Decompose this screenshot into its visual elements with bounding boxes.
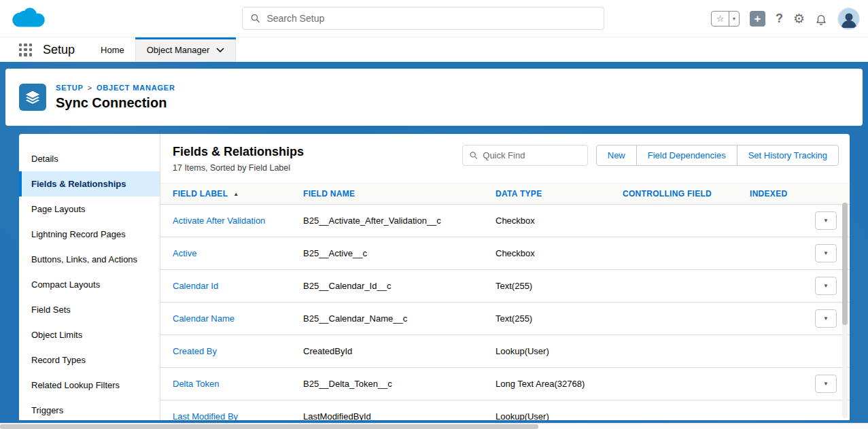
field-name-cell: B25__Calendar_Name__c bbox=[303, 313, 496, 324]
breadcrumb: SETUP > OBJECT MANAGER bbox=[56, 84, 175, 92]
page-title: Sync Connection bbox=[56, 95, 175, 111]
column-header-field-label[interactable]: FIELD LABEL ▲ bbox=[160, 189, 303, 199]
sidebar-item[interactable]: Fields & Relationships bbox=[19, 171, 160, 196]
field-label-link[interactable]: Created By bbox=[173, 346, 217, 356]
sidebar-item[interactable]: Lightning Record Pages bbox=[19, 222, 160, 247]
sidebar-item[interactable]: Record Types bbox=[19, 347, 160, 373]
field-name-cell: CreatedById bbox=[303, 346, 496, 356]
field-label-cell: Created By bbox=[160, 346, 303, 356]
field-label-cell: Delta Token bbox=[160, 379, 303, 389]
breadcrumb-setup-link[interactable]: SETUP bbox=[56, 84, 84, 92]
column-header-field-name[interactable]: FIELD NAME bbox=[303, 189, 496, 199]
table-row: Created By CreatedById Lookup(User) ▼ bbox=[160, 335, 850, 368]
field-name-cell: B25__Activate_After_Validation__c bbox=[303, 216, 496, 226]
data-type-cell: Long Text Area(32768) bbox=[496, 379, 623, 389]
page-header-card: SETUP > OBJECT MANAGER Sync Connection bbox=[5, 69, 863, 126]
sidebar-item[interactable]: Related Lookup Filters bbox=[19, 373, 160, 398]
field-label-link[interactable]: Calendar Name bbox=[173, 313, 235, 324]
field-label-link[interactable]: Activate After Validation bbox=[173, 216, 265, 226]
breadcrumb-object-manager-link[interactable]: OBJECT MANAGER bbox=[97, 84, 175, 92]
field-name-cell: B25__Calendar_Id__c bbox=[303, 281, 496, 291]
action-button[interactable]: Set History Tracking bbox=[737, 145, 839, 166]
table-scrollbar[interactable] bbox=[842, 203, 848, 418]
row-actions-menu-button[interactable]: ▼ bbox=[815, 211, 837, 230]
field-label-link[interactable]: Calendar Id bbox=[173, 281, 218, 291]
nav-tabs: Home Object Manager bbox=[90, 37, 236, 62]
sidebar-item-label: Buttons, Links, and Actions bbox=[31, 254, 137, 264]
field-label-link[interactable]: Delta Token bbox=[173, 379, 219, 389]
fields-panel: Fields & Relationships 17 Items, Sorted … bbox=[160, 134, 850, 420]
panel-title: Fields & Relationships bbox=[173, 145, 304, 159]
data-type-cell: Checkbox bbox=[496, 216, 623, 226]
object-entity-icon bbox=[19, 84, 46, 111]
sidebar-item[interactable]: Triggers bbox=[19, 398, 160, 420]
notifications-bell-icon[interactable] bbox=[815, 12, 827, 26]
column-header-data-type[interactable]: DATA TYPE bbox=[496, 189, 623, 199]
field-label-cell: Active bbox=[160, 248, 303, 258]
horizontal-scrollbar[interactable] bbox=[0, 423, 868, 429]
row-actions-menu-button[interactable]: ▼ bbox=[815, 277, 837, 295]
sidebar-item-label: Compact Layouts bbox=[31, 279, 100, 290]
horizontal-scrollbar-thumb[interactable] bbox=[0, 424, 538, 429]
field-label-link[interactable]: Active bbox=[173, 248, 196, 258]
action-button[interactable]: New bbox=[596, 145, 637, 166]
cloud-icon bbox=[10, 5, 46, 31]
app-name-label: Setup bbox=[43, 43, 75, 57]
sidebar-item-label: Fields & Relationships bbox=[31, 179, 126, 189]
table-row: Delta Token B25__Delta_Token__c Long Tex… bbox=[160, 368, 850, 400]
nav-tab-label: Home bbox=[101, 45, 124, 55]
sidebar-item[interactable]: Buttons, Links, and Actions bbox=[19, 247, 160, 272]
sidebar-item-label: Page Layouts bbox=[31, 204, 86, 214]
breadcrumb-separator: > bbox=[88, 84, 92, 92]
favorites-dropdown-icon[interactable]: ▼ bbox=[729, 12, 739, 26]
nav-tab[interactable]: Object Manager bbox=[135, 37, 237, 62]
user-avatar[interactable] bbox=[837, 7, 860, 30]
sidebar-item-label: Record Types bbox=[31, 355, 86, 365]
sidebar-item[interactable]: Compact Layouts bbox=[19, 272, 160, 297]
table-row: Calendar Name B25__Calendar_Name__c Text… bbox=[160, 303, 850, 335]
row-actions-menu-button[interactable]: ▼ bbox=[815, 244, 837, 262]
sidebar-item[interactable]: Field Sets bbox=[19, 297, 160, 322]
table-scrollbar-thumb[interactable] bbox=[842, 203, 848, 325]
sidebar-item[interactable]: Page Layouts bbox=[19, 196, 160, 222]
table-row: Calendar Id B25__Calendar_Id__c Text(255… bbox=[160, 270, 850, 303]
app-launcher-icon[interactable] bbox=[19, 44, 32, 56]
layers-icon bbox=[25, 90, 40, 105]
quick-find-input[interactable] bbox=[483, 150, 587, 160]
sidebar-item-label: Related Lookup Filters bbox=[31, 380, 120, 390]
global-search bbox=[242, 7, 604, 30]
help-icon[interactable]: ? bbox=[776, 12, 783, 26]
column-header-indexed[interactable]: INDEXED bbox=[750, 189, 810, 199]
sidebar-item-label: Details bbox=[31, 154, 58, 164]
table-header-row: FIELD LABEL ▲ FIELD NAME DATA TYPE CONTR… bbox=[160, 183, 850, 205]
data-type-cell: Lookup(User) bbox=[496, 346, 623, 356]
action-button[interactable]: Field Dependencies bbox=[636, 145, 737, 166]
setup-gear-icon[interactable]: ⚙ bbox=[793, 11, 805, 27]
table-row: Activate After Validation B25__Activate_… bbox=[160, 205, 850, 237]
favorites-star-icon[interactable]: ☆ bbox=[712, 12, 729, 26]
search-icon bbox=[251, 14, 260, 23]
sidebar-item-label: Field Sets bbox=[31, 305, 71, 315]
sidebar-item-label: Triggers bbox=[31, 405, 63, 415]
object-manager-content: Details Fields & Relationships Page Layo… bbox=[19, 134, 850, 420]
quick-create-icon[interactable]: + bbox=[750, 11, 765, 27]
object-sidebar: Details Fields & Relationships Page Layo… bbox=[19, 134, 160, 420]
field-label-cell: Last Modified By bbox=[160, 411, 303, 420]
nav-tab[interactable]: Home bbox=[90, 37, 135, 62]
sidebar-item[interactable]: Object Limits bbox=[19, 322, 160, 347]
data-type-cell: Lookup(User) bbox=[496, 411, 623, 420]
sidebar-item[interactable]: Details bbox=[19, 146, 160, 171]
global-header: ☆ ▼ + ? ⚙ bbox=[0, 0, 868, 37]
row-actions-menu-button[interactable]: ▼ bbox=[815, 309, 837, 328]
field-label-cell: Calendar Id bbox=[160, 281, 303, 291]
field-name-cell: LastModifiedById bbox=[303, 411, 496, 420]
column-header-controlling-field[interactable]: CONTROLLING FIELD bbox=[623, 189, 750, 199]
table-row: Last Modified By LastModifiedById Lookup… bbox=[160, 400, 850, 420]
nav-tab-label: Object Manager bbox=[147, 45, 210, 55]
row-actions-menu-button[interactable]: ▼ bbox=[815, 375, 837, 393]
field-label-cell: Activate After Validation bbox=[160, 216, 303, 226]
fields-table: Activate After Validation B25__Activate_… bbox=[160, 205, 850, 420]
search-setup-input[interactable] bbox=[266, 13, 604, 24]
data-type-cell: Text(255) bbox=[496, 313, 623, 324]
field-label-link[interactable]: Last Modified By bbox=[173, 411, 238, 420]
